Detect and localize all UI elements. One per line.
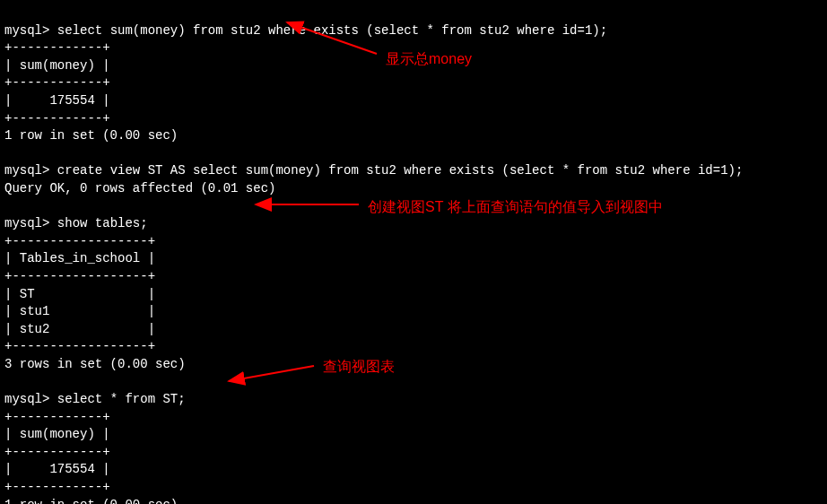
annotation-label: 创建视图ST 将上面查询语句的值导入到视图中 bbox=[368, 197, 663, 217]
prompt: mysql> bbox=[4, 392, 49, 406]
prompt: mysql> bbox=[4, 163, 49, 178]
terminal-output: mysql> select sum(money) from stu2 where… bbox=[4, 4, 823, 504]
sql-command: show tables; bbox=[57, 216, 148, 230]
sql-command: create view ST AS select sum(money) from… bbox=[57, 163, 744, 178]
query-result: +------------+ | sum(money) | +---------… bbox=[4, 40, 178, 143]
query-result: +------------+ | sum(money) | +---------… bbox=[4, 410, 178, 504]
query-result: Query OK, 0 rows affected (0.01 sec) bbox=[4, 181, 275, 196]
query-result: +------------------+ | Tables_in_school … bbox=[4, 234, 186, 371]
prompt: mysql> bbox=[4, 216, 49, 230]
annotation-label: 显示总money bbox=[386, 49, 472, 69]
sql-command: select * from ST; bbox=[57, 392, 186, 406]
annotation-label: 查询视图表 bbox=[323, 357, 395, 377]
prompt: mysql> bbox=[4, 23, 49, 38]
sql-command: select sum(money) from stu2 where exists… bbox=[57, 23, 607, 38]
